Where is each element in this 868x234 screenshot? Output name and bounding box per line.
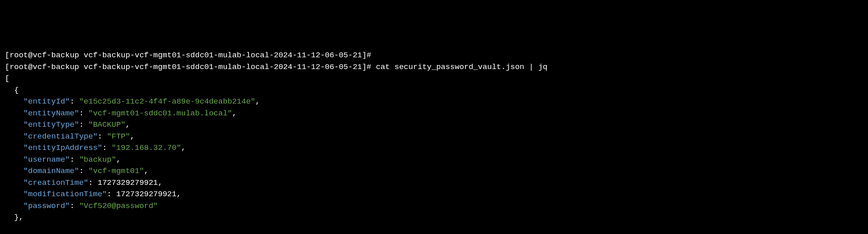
json-entry: "username": "backup", xyxy=(5,154,863,166)
json-value: "FTP" xyxy=(107,132,130,141)
json-value: "vcf-mgmt01-sddc01.mulab.local" xyxy=(88,109,232,118)
prompt-line-1[interactable]: [root@vcf-backup vcf-backup-vcf-mgmt01-s… xyxy=(5,50,863,61)
json-key: "modificationTime" xyxy=(24,190,107,199)
json-key: "entityIpAddress" xyxy=(24,143,103,152)
json-comma: , xyxy=(144,167,148,176)
json-key: "password" xyxy=(24,202,70,210)
json-value: 1727329279921 xyxy=(116,190,177,199)
json-key: "domainName" xyxy=(24,167,79,176)
json-key: "entityName" xyxy=(24,109,79,118)
json-entry: "creationTime": 1727329279921, xyxy=(5,177,863,189)
json-key: "entityId" xyxy=(24,97,70,106)
json-open-brace: { xyxy=(5,84,863,96)
json-key: "credentialType" xyxy=(24,132,98,141)
json-entry: "domainName": "vcf-mgmt01", xyxy=(5,165,863,177)
json-separator: : xyxy=(70,202,79,210)
json-key: "entityType" xyxy=(24,120,79,129)
shell-prompt: [root@vcf-backup vcf-backup-vcf-mgmt01-s… xyxy=(5,51,371,60)
shell-prompt: [root@vcf-backup vcf-backup-vcf-mgmt01-s… xyxy=(5,63,371,72)
json-comma: , xyxy=(255,97,260,106)
json-key: "creationTime" xyxy=(24,178,89,187)
json-separator: : xyxy=(98,132,107,141)
json-separator: : xyxy=(79,167,88,176)
json-entry: "password": "Vcf520@password" xyxy=(5,200,863,212)
json-value: "e15c25d3-11c2-4f4f-a89e-9c4deabb214e" xyxy=(79,97,255,106)
json-separator: : xyxy=(70,97,79,106)
json-value: 1727329279921 xyxy=(98,178,158,187)
json-value: "BACKUP" xyxy=(88,120,125,129)
json-entries: "entityId": "e15c25d3-11c2-4f4f-a89e-9c4… xyxy=(5,96,863,212)
json-separator: : xyxy=(88,178,98,187)
json-comma: , xyxy=(125,120,130,129)
json-open-bracket: [ xyxy=(5,73,863,84)
json-comma: , xyxy=(158,178,162,187)
json-separator: : xyxy=(79,109,88,118)
json-entry: "credentialType": "FTP", xyxy=(5,131,863,143)
json-separator: : xyxy=(70,155,79,164)
json-value: "backup" xyxy=(79,155,116,164)
json-entry: "entityName": "vcf-mgmt01-sddc01.mulab.l… xyxy=(5,108,863,119)
prompt-line-2[interactable]: [root@vcf-backup vcf-backup-vcf-mgmt01-s… xyxy=(5,61,863,73)
json-entry: "entityId": "e15c25d3-11c2-4f4f-a89e-9c4… xyxy=(5,96,863,108)
command-text: cat security_password_vault.json | jq xyxy=(376,63,547,72)
json-separator: : xyxy=(102,143,111,152)
json-value: "192.168.32.70" xyxy=(111,143,181,152)
json-entry: "entityType": "BACKUP", xyxy=(5,119,863,131)
json-comma: , xyxy=(181,143,185,152)
json-entry: "modificationTime": 1727329279921, xyxy=(5,188,863,200)
json-separator: : xyxy=(107,190,116,199)
json-key: "username" xyxy=(24,155,70,164)
terminal-output: [root@vcf-backup vcf-backup-vcf-mgmt01-s… xyxy=(5,50,863,223)
json-comma: , xyxy=(130,132,135,141)
json-comma: , xyxy=(116,155,121,164)
json-comma: , xyxy=(232,109,237,118)
json-separator: : xyxy=(79,120,88,129)
json-value: "vcf-mgmt01" xyxy=(88,167,144,176)
json-value: "Vcf520@password" xyxy=(79,202,158,210)
json-comma: , xyxy=(177,190,181,199)
json-close-brace: }, xyxy=(5,212,863,223)
json-entry: "entityIpAddress": "192.168.32.70", xyxy=(5,142,863,154)
